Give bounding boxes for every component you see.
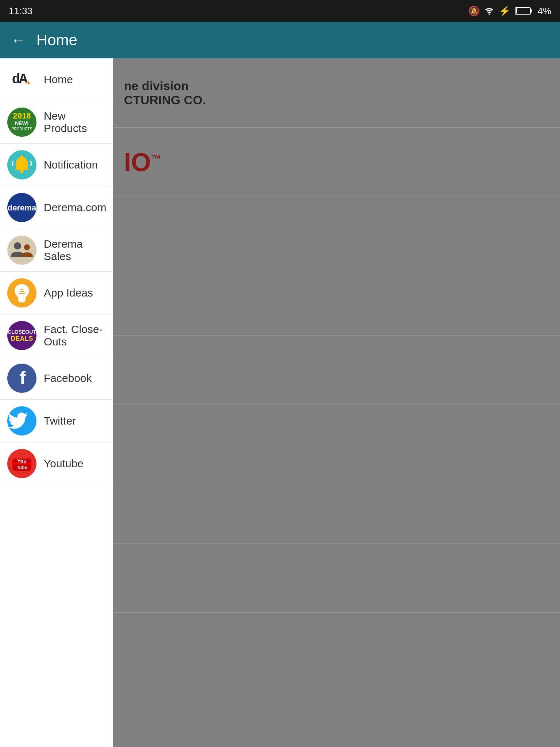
svg-rect-35 [12, 463, 31, 464]
svg-text:PRODUCTS: PRODUCTS [12, 127, 32, 131]
content-row-2: IO™ [113, 128, 560, 197]
svg-rect-21 [18, 299, 26, 301]
sidebar-item-new-products[interactable]: 2018 NEW! PRODUCTS New Products [0, 101, 113, 144]
sidebar-item-youtube[interactable]: You Tube Youtube [0, 442, 113, 485]
header-bar: ← Home [0, 22, 560, 58]
svg-point-14 [20, 155, 23, 158]
content-row-8 [113, 543, 560, 613]
back-button[interactable]: ← [11, 32, 26, 49]
svg-text:!: ! [27, 80, 28, 85]
home-icon: d A ! [7, 65, 36, 94]
content-row-3 [113, 197, 560, 266]
notification-icon [7, 150, 36, 179]
twitter-icon [7, 406, 36, 436]
sidebar-item-notification[interactable]: Notification [0, 144, 113, 186]
new-products-label: New Products [44, 110, 106, 135]
status-bar: 11:33 🔕 ⚡ 4% [0, 0, 560, 22]
charging-icon: ⚡ [499, 5, 510, 17]
status-icons: 🔕 ⚡ 4% [468, 5, 551, 17]
svg-text:CLOSEOUT: CLOSEOUT [8, 329, 36, 335]
svg-point-17 [7, 236, 36, 265]
sidebar-drawer: d A ! Home 2018 NEW! PRODUCTS New Produc… [0, 58, 113, 747]
sidebar-item-derema-com[interactable]: derema Derema.com [0, 186, 113, 229]
app-ideas-label: App Ideas [44, 287, 93, 299]
svg-rect-3 [516, 8, 517, 13]
svg-point-0 [489, 13, 490, 15]
svg-text:derema: derema [8, 203, 36, 212]
derema-sales-label: Derema Sales [44, 238, 106, 263]
content-row-4 [113, 266, 560, 336]
svg-rect-2 [530, 9, 532, 12]
sidebar-item-closeouts[interactable]: CLOSEOUT DEALS Fact. Close-Outs [0, 314, 113, 357]
new-products-icon: 2018 NEW! PRODUCTS [7, 108, 36, 137]
facebook-icon: f [7, 364, 36, 393]
notification-label: Notification [44, 159, 98, 171]
derema-com-label: Derema.com [44, 201, 106, 214]
sidebar-item-derema-sales[interactable]: Derema Sales [0, 229, 113, 272]
content-area: ne divisionCTURING CO. IO™ [113, 58, 560, 747]
svg-point-19 [24, 244, 30, 250]
content-text-io: IO™ [124, 148, 161, 177]
sidebar-item-home[interactable]: d A ! Home [0, 58, 113, 101]
svg-rect-22 [19, 301, 25, 302]
content-row-6 [113, 405, 560, 474]
svg-point-13 [20, 170, 24, 173]
battery-icon [515, 7, 533, 15]
closeout-icon: CLOSEOUT DEALS [7, 321, 36, 350]
mute-icon: 🔕 [468, 5, 480, 17]
svg-text:NEW!: NEW! [15, 120, 28, 126]
svg-text:Tube: Tube [17, 465, 27, 470]
app-ideas-icon [7, 278, 36, 307]
svg-text:f: f [20, 368, 26, 388]
time-display: 11:33 [9, 5, 32, 17]
derema-sales-icon [7, 236, 36, 265]
youtube-icon: You Tube [7, 449, 36, 478]
content-row-1: ne divisionCTURING CO. [113, 58, 560, 128]
svg-point-18 [14, 242, 21, 249]
twitter-label: Twitter [44, 415, 76, 427]
page-title: Home [36, 31, 77, 49]
sidebar-item-app-ideas[interactable]: App Ideas [0, 272, 113, 314]
youtube-label: Youtube [44, 457, 83, 470]
svg-text:2018: 2018 [13, 111, 31, 120]
wifi-icon [484, 7, 494, 15]
content-row-5 [113, 336, 560, 405]
svg-rect-1 [515, 8, 530, 14]
content-row-7 [113, 474, 560, 543]
home-label: Home [44, 73, 73, 86]
derema-com-icon: derema [7, 193, 36, 222]
sidebar-item-facebook[interactable]: f Facebook [0, 357, 113, 400]
main-layout: d A ! Home 2018 NEW! PRODUCTS New Produc… [0, 58, 560, 747]
battery-percent: 4% [537, 5, 551, 17]
facebook-label: Facebook [44, 372, 92, 384]
content-text-division: ne divisionCTURING CO. [124, 79, 206, 107]
closeouts-label: Fact. Close-Outs [44, 323, 106, 348]
svg-text:DEALS: DEALS [11, 335, 33, 342]
sidebar-item-twitter[interactable]: Twitter [0, 400, 113, 442]
